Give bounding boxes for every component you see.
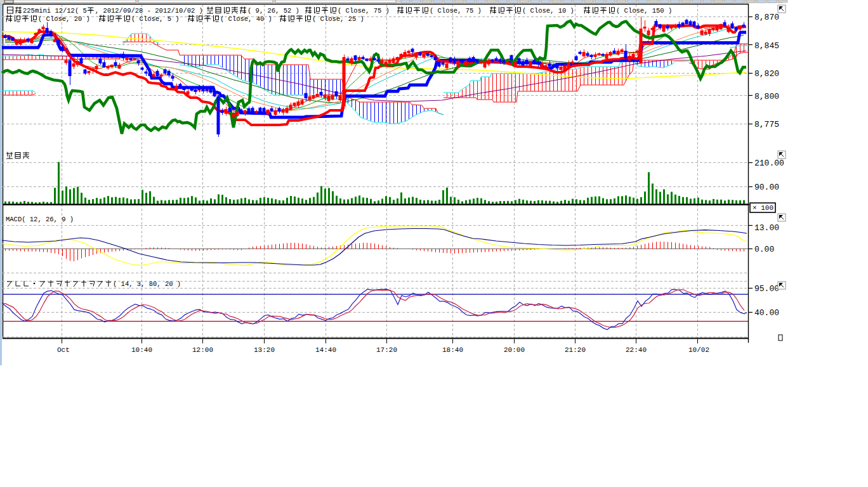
svg-text:95.00: 95.00 [754,284,779,294]
svg-text:( Close, 10 ): ( Close, 10 ) [522,7,574,15]
svg-text:8,820: 8,820 [754,69,779,79]
svg-text:( Close, 5 ): ( Close, 5 ) [131,15,180,23]
svg-text:10/02: 10/02 [688,346,709,354]
svg-text:10:40: 10:40 [131,346,152,354]
svg-text:40.00: 40.00 [754,308,779,318]
svg-text:( Close, 40 ): ( Close, 40 ) [220,15,272,23]
svg-text:( Close, 75 ): ( Close, 75 ) [338,7,390,15]
svg-text:( Close, 75 ): ( Close, 75 ) [430,7,482,15]
svg-text:( 14, 3, 80, 20 ): ( 14, 3, 80, 20 ) [113,280,181,288]
svg-text:20:00: 20:00 [504,346,525,354]
svg-text:18:40: 18:40 [442,346,463,354]
svg-text:8,870: 8,870 [754,13,779,22]
svg-text:8,800: 8,800 [754,92,779,101]
svg-text:MACD( 12, 26, 9 ): MACD( 12, 26, 9 ) [6,216,74,223]
svg-text:( 9, 26, 52 ): ( 9, 26, 52 ) [247,7,299,15]
svg-text:22:40: 22:40 [626,346,647,354]
svg-text:0.00: 0.00 [754,245,774,254]
svg-text:21:20: 21:20 [565,346,586,354]
svg-text:8,845: 8,845 [754,41,779,51]
svg-text:8,775: 8,775 [754,120,779,129]
svg-text:× 100: × 100 [753,204,773,212]
svg-text:( Close, 25 ): ( Close, 25 ) [312,15,364,23]
svg-text:17:20: 17:20 [376,346,397,354]
svg-text:210.00: 210.00 [754,159,784,168]
svg-text:90.00: 90.00 [754,183,779,192]
svg-text:Oct: Oct [57,346,70,354]
svg-text:225mini 12/12( 5: 225mini 12/12( 5 [23,7,87,15]
svg-text:12:00: 12:00 [192,346,213,354]
svg-text:( Close, 20 ): ( Close, 20 ) [38,15,90,23]
svg-text:( Close, 150 ): ( Close, 150 ) [616,7,672,15]
svg-text:14:40: 14:40 [315,346,336,354]
svg-text:13:20: 13:20 [254,346,275,354]
svg-text:13.00: 13.00 [754,223,779,233]
svg-text:, 2012/09/28 - 2012/10/02 ): , 2012/09/28 - 2012/10/02 ) [95,7,203,15]
